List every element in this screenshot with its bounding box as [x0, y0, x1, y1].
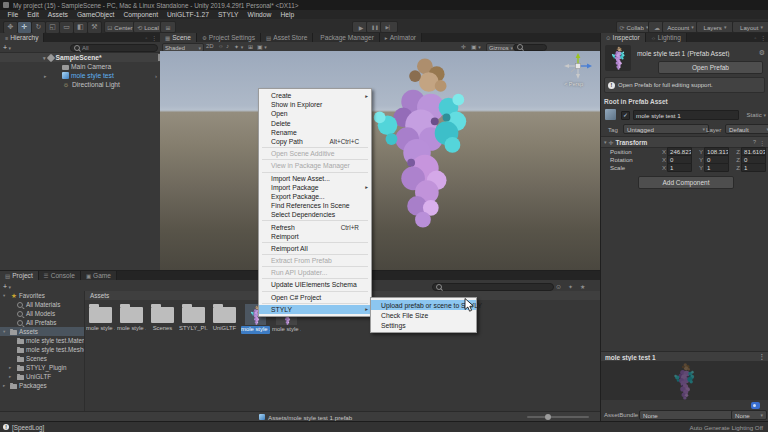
context-menu-item[interactable]: ▸: [262, 291, 368, 292]
panel-tab[interactable]: ☰ Console: [39, 271, 81, 280]
context-menu-item[interactable]: ▸: [262, 254, 368, 255]
menu-item[interactable]: Edit: [23, 10, 44, 19]
save-search-icon[interactable]: ★: [580, 283, 585, 290]
context-menu-item[interactable]: STYLY ▸: [259, 305, 371, 314]
open-prefab-button[interactable]: Open Prefab: [658, 61, 763, 74]
layer-dropdown[interactable]: Default ▾: [725, 124, 768, 134]
hierarchy-item[interactable]: ▸ Directional Light ›: [0, 80, 160, 89]
snap-button[interactable]: ⊞: [160, 21, 176, 33]
context-menu-item[interactable]: Copy Path Alt+Ctrl+C ▸: [259, 137, 371, 146]
context-menu-item[interactable]: Open Scene Additive ▸: [259, 149, 371, 158]
scale-tool-button[interactable]: ◱: [45, 21, 60, 34]
component-menu-icon[interactable]: ⋮: [759, 139, 765, 146]
project-tree-item[interactable]: Favorites: [0, 291, 84, 300]
view-tab[interactable]: ▦ Scene: [160, 33, 197, 42]
asset-preview[interactable]: [601, 361, 768, 400]
context-menu-item[interactable]: ▸: [262, 266, 368, 267]
help-icon[interactable]: ?: [753, 139, 756, 145]
context-menu-item[interactable]: Update UIElements Schema ▸: [259, 280, 371, 289]
context-menu-item[interactable]: Reimport ▸: [259, 232, 371, 241]
gear-icon[interactable]: ⚙: [759, 49, 765, 57]
component-tools-icon[interactable]: ✛: [461, 43, 466, 50]
scene-orientation-gizmo[interactable]: [562, 52, 594, 82]
expand-arrow-icon[interactable]: [9, 374, 14, 379]
context-menu-item[interactable]: Find References In Scene ▸: [259, 201, 371, 210]
context-menu-item[interactable]: Rename ▸: [259, 128, 371, 137]
context-menu-item[interactable]: ▸: [262, 220, 368, 221]
x-value-field[interactable]: 1: [667, 163, 692, 172]
layout-dropdown[interactable]: Layout ▾: [732, 21, 768, 33]
object-name-field[interactable]: mole style test 1: [633, 110, 739, 120]
panel-tab[interactable]: ▤ Project: [0, 271, 39, 280]
context-menu-item[interactable]: Create ▸: [259, 91, 371, 100]
pivot-toggle-button[interactable]: ⊡ Center: [104, 21, 136, 33]
tab-hierarchy[interactable]: ≡ Hierarchy: [0, 33, 44, 42]
submenu-item[interactable]: Check File Size: [371, 310, 476, 320]
active-checkbox[interactable]: ✓: [621, 111, 630, 120]
hierarchy-item[interactable]: ▸ Main Camera ›: [0, 62, 160, 71]
scene-lighting-toggle-icon[interactable]: ☼: [218, 43, 224, 49]
menu-item[interactable]: Assets: [43, 10, 72, 19]
z-value-field[interactable]: 1: [741, 163, 766, 172]
view-tab[interactable]: ▸ Animator: [380, 33, 422, 42]
project-tree-item[interactable]: mole style test.Materials: [0, 336, 84, 345]
project-search-input[interactable]: [432, 283, 554, 291]
panel-tab[interactable]: ▣ Game: [81, 271, 117, 280]
project-tree-item[interactable]: mole style test.Meshes: [0, 345, 84, 354]
panel-options-icon[interactable]: ◦ ⋮: [145, 34, 158, 41]
context-menu-item[interactable]: Reimport All ▸: [259, 244, 371, 253]
context-menu-item[interactable]: ▸: [262, 147, 368, 148]
camera-preview-icon[interactable]: ▣ ▾: [471, 43, 481, 50]
menu-item[interactable]: GameObject: [72, 10, 119, 19]
context-menu-item[interactable]: ▸: [262, 172, 368, 173]
context-menu-item[interactable]: Open C# Project ▸: [259, 293, 371, 302]
context-menu-item[interactable]: Export Package... ▸: [259, 192, 371, 201]
context-menu-item[interactable]: ▸: [262, 278, 368, 279]
project-tree-item[interactable]: Packages: [0, 381, 84, 390]
hierarchy-scene-row[interactable]: ▾ SampleScene*: [0, 53, 160, 62]
asset-item[interactable]: mole style ...: [86, 303, 115, 334]
context-menu-item[interactable]: Extract From Prefab ▸: [259, 256, 371, 265]
rect-tool-button[interactable]: ▭: [59, 21, 74, 34]
layers-dropdown[interactable]: Layers ▾: [696, 21, 734, 33]
view-tab[interactable]: ⚙ Project Settings: [197, 33, 261, 42]
y-value-field[interactable]: 1: [704, 163, 729, 172]
context-menu-item[interactable]: View in Package Manager ▸: [259, 161, 371, 170]
asset-item[interactable]: STYLY_Pl...: [179, 303, 208, 334]
search-by-type-icon[interactable]: ⊙: [556, 283, 561, 290]
create-asset-button[interactable]: + ▾: [3, 283, 11, 290]
context-menu-item[interactable]: Import New Asset... ▸: [259, 174, 371, 183]
preview-menu-icon[interactable]: ⋮: [759, 353, 766, 361]
view-tab[interactable]: ▤ Asset Store: [261, 33, 313, 42]
rotate-tool-button[interactable]: ↻: [31, 21, 46, 34]
account-dropdown[interactable]: Account ▾: [662, 21, 699, 33]
transform-tool-button[interactable]: ◧: [73, 21, 88, 34]
context-menu-item[interactable]: Refresh Ctrl+R ▸: [259, 222, 371, 231]
submenu-item[interactable]: Upload prefab or scene to STYLY: [371, 300, 476, 310]
custom-tool-button[interactable]: ⚒: [87, 21, 102, 34]
menu-item[interactable]: Component: [119, 10, 163, 19]
project-tree-item[interactable]: Scenes: [0, 354, 84, 363]
static-dropdown[interactable]: Static ▾: [747, 111, 766, 118]
project-tree-item[interactable]: STYLY_Plugin: [0, 363, 84, 372]
space-toggle-button[interactable]: ⟲ Local: [133, 21, 163, 33]
expand-arrow-icon[interactable]: [3, 293, 8, 298]
expand-arrow-icon[interactable]: [9, 365, 14, 370]
context-menu-item[interactable]: Delete ▸: [259, 119, 371, 128]
context-menu-item[interactable]: ▸: [262, 159, 368, 160]
tab-inspector[interactable]: ⊙ Inspector: [601, 33, 646, 42]
scene-search-input[interactable]: [513, 44, 547, 51]
project-tree-item[interactable]: UniGLTF: [0, 372, 84, 381]
assetbundle-dropdown[interactable]: None ▾: [639, 410, 739, 420]
project-tree-item[interactable]: All Models: [0, 309, 84, 318]
prefab-nav-icon[interactable]: ›: [155, 73, 157, 79]
menu-item[interactable]: Window: [243, 10, 276, 19]
expand-arrow-icon[interactable]: [3, 383, 8, 388]
hierarchy-item[interactable]: ▸ mole style test ›: [0, 71, 160, 80]
context-menu-item[interactable]: Import Package ▸: [259, 183, 371, 192]
slider-knob[interactable]: [545, 414, 551, 420]
2d-toggle[interactable]: 2D: [206, 43, 214, 49]
search-by-label-icon[interactable]: ✦: [568, 283, 573, 290]
scene-audio-toggle-icon[interactable]: ♪: [226, 43, 229, 49]
project-tree-item[interactable]: All Prefabs: [0, 318, 84, 327]
